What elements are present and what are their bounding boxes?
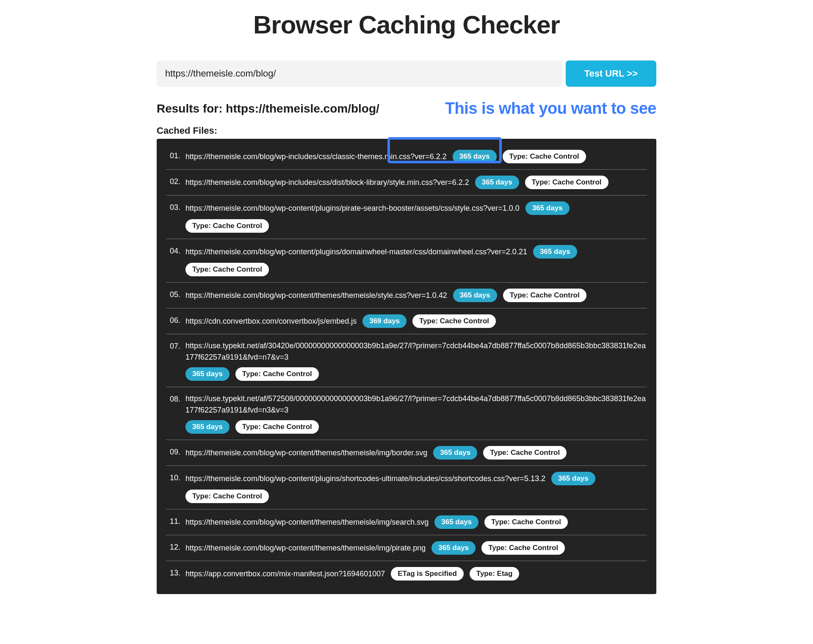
row-index: 12. <box>166 541 180 552</box>
row-body: https://themeisle.com/blog/wp-content/th… <box>185 446 647 460</box>
row-index: 11. <box>166 515 180 526</box>
row-url: https://themeisle.com/blog/wp-content/pl… <box>185 473 545 484</box>
cache-duration-badge: 365 days <box>475 176 519 189</box>
results-for-prefix: Results for: <box>157 102 226 115</box>
cache-type-badge: Type: Cache Control <box>235 367 319 381</box>
row-body: https://use.typekit.net/af/30420e/000000… <box>185 340 647 381</box>
cache-type-badge: Type: Cache Control <box>185 219 269 233</box>
results-panel: 01.https://themeisle.com/blog/wp-include… <box>157 139 656 594</box>
row-index: 03. <box>166 201 180 212</box>
url-test-row: Test URL >> <box>157 61 656 87</box>
row-index: 05. <box>166 289 180 299</box>
row-body: https://use.typekit.net/af/572508/000000… <box>185 393 647 434</box>
results-header-row: Results for: https://themeisle.com/blog/… <box>157 99 656 118</box>
result-row: 10.https://themeisle.com/blog/wp-content… <box>166 466 647 509</box>
result-row: 04.https://themeisle.com/blog/wp-content… <box>166 239 647 283</box>
result-row: 08.https://use.typekit.net/af/572508/000… <box>166 387 647 440</box>
row-body: https://themeisle.com/blog/wp-content/pl… <box>185 245 647 276</box>
row-body: https://themeisle.com/blog/wp-content/pl… <box>185 472 647 503</box>
row-url: https://app.convertbox.com/mix-manifest.… <box>185 568 385 580</box>
cache-duration-badge: 365 days <box>185 367 230 381</box>
result-row: 05.https://themeisle.com/blog/wp-content… <box>166 283 647 308</box>
row-index: 07. <box>166 340 180 351</box>
result-row: 12.https://themeisle.com/blog/wp-content… <box>166 535 647 561</box>
row-body: https://themeisle.com/blog/wp-content/th… <box>185 289 647 302</box>
row-index: 06. <box>166 314 180 325</box>
row-url: https://cdn.convertbox.com/convertbox/js… <box>185 316 357 327</box>
cache-duration-badge: 365 days <box>434 515 478 529</box>
row-body: https://themeisle.com/blog/wp-content/th… <box>185 541 647 555</box>
cache-duration-badge: 365 days <box>525 201 570 215</box>
row-url: https://themeisle.com/blog/wp-content/pl… <box>185 246 527 258</box>
row-body: https://themeisle.com/blog/wp-includes/c… <box>185 150 647 163</box>
cached-files-label: Cached Files: <box>157 125 656 136</box>
test-url-button[interactable]: Test URL >> <box>566 61 656 87</box>
cache-type-badge: Type: Cache Control <box>481 541 565 555</box>
row-url: https://themeisle.com/blog/wp-content/th… <box>185 447 427 459</box>
cache-type-badge: Type: Cache Control <box>412 314 496 328</box>
result-row: 06.https://cdn.convertbox.com/convertbox… <box>166 308 647 334</box>
result-row: 07.https://use.typekit.net/af/30420e/000… <box>166 334 647 387</box>
cache-duration-badge: 365 days <box>433 446 477 460</box>
cache-type-badge: Type: Cache Control <box>185 263 269 276</box>
result-row: 11.https://themeisle.com/blog/wp-content… <box>166 509 647 535</box>
row-url: https://themeisle.com/blog/wp-content/th… <box>185 290 447 301</box>
row-url: https://themeisle.com/blog/wp-content/pl… <box>185 203 520 214</box>
annotation-text: This is what you want to see <box>445 99 656 118</box>
row-index: 04. <box>166 245 180 256</box>
cache-type-badge: Type: Cache Control <box>525 176 608 189</box>
cache-duration-badge: 365 days <box>533 245 577 259</box>
cache-duration-badge: 365 days <box>453 289 497 302</box>
row-index: 02. <box>166 176 180 186</box>
cache-type-badge: Type: Cache Control <box>503 150 586 163</box>
result-row: 03.https://themeisle.com/blog/wp-content… <box>166 195 647 239</box>
row-index: 01. <box>166 150 180 160</box>
url-input[interactable] <box>157 61 562 87</box>
row-index: 08. <box>166 393 180 404</box>
results-for-label: Results for: https://themeisle.com/blog/ <box>157 102 379 116</box>
page-title: Browser Caching Checker <box>157 0 656 61</box>
row-index: 13. <box>166 567 180 578</box>
cache-type-badge: Type: Cache Control <box>484 515 568 529</box>
cache-duration-badge: 365 days <box>185 420 230 434</box>
results-for-url: https://themeisle.com/blog/ <box>226 102 379 115</box>
result-row: 13.https://app.convertbox.com/mix-manife… <box>166 561 647 586</box>
row-url: https://themeisle.com/blog/wp-includes/c… <box>185 151 447 162</box>
row-url: https://use.typekit.net/af/30420e/000000… <box>185 340 647 363</box>
row-body: https://themeisle.com/blog/wp-content/th… <box>185 515 647 529</box>
row-url: https://use.typekit.net/af/572508/000000… <box>185 393 647 416</box>
cache-duration-badge: 365 days <box>453 150 497 163</box>
result-row: 09.https://themeisle.com/blog/wp-content… <box>166 440 647 466</box>
row-index: 09. <box>166 446 180 457</box>
row-index: 10. <box>166 472 180 482</box>
row-body: https://themeisle.com/blog/wp-includes/c… <box>185 176 647 189</box>
cache-type-badge: Type: Cache Control <box>235 420 319 434</box>
cache-duration-badge: 365 days <box>431 541 476 555</box>
row-url: https://themeisle.com/blog/wp-includes/c… <box>185 177 469 188</box>
result-row: 01.https://themeisle.com/blog/wp-include… <box>166 144 647 170</box>
cache-type-badge: Type: Cache Control <box>185 490 269 503</box>
row-url: https://themeisle.com/blog/wp-content/th… <box>185 517 429 528</box>
result-row: 02.https://themeisle.com/blog/wp-include… <box>166 170 647 195</box>
cache-type-badge: Type: Cache Control <box>503 289 586 302</box>
cache-type-badge: Type: Etag <box>470 567 520 581</box>
cache-type-badge: ETag is Specified <box>391 567 464 581</box>
row-url: https://themeisle.com/blog/wp-content/th… <box>185 542 426 554</box>
cache-duration-badge: 369 days <box>362 314 406 328</box>
row-body: https://themeisle.com/blog/wp-content/pl… <box>185 201 647 233</box>
cache-duration-badge: 365 days <box>551 472 595 485</box>
cache-type-badge: Type: Cache Control <box>483 446 567 460</box>
row-body: https://cdn.convertbox.com/convertbox/js… <box>185 314 647 328</box>
row-body: https://app.convertbox.com/mix-manifest.… <box>185 567 647 581</box>
